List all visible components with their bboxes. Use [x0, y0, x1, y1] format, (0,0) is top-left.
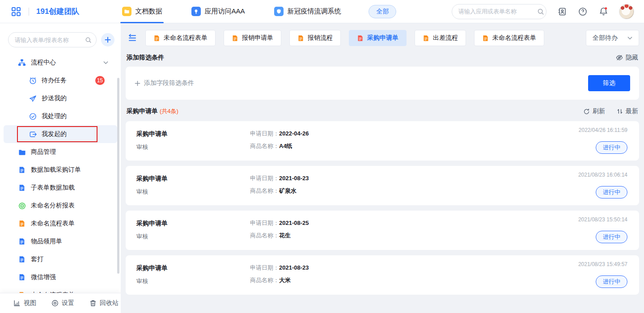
record-title: 采购申请单 — [136, 220, 168, 228]
chevron-down-icon — [627, 36, 632, 40]
sidebar-item-data-load-purchase-order[interactable]: 数据加载采购订单 — [4, 161, 117, 179]
user-avatar[interactable] — [619, 4, 634, 19]
sidebar-item-unnamed-process-form[interactable]: 未命名流程表单 — [4, 215, 117, 233]
form-tab-unnamed-1[interactable]: 未命名流程表单 — [145, 30, 216, 46]
record-card[interactable]: 采购申请单 审核 申请日期：2021-08-25 商品名称：花生 2021/08… — [126, 211, 639, 250]
settings-button[interactable]: 设置 — [51, 299, 74, 307]
sidebar-item-product-management[interactable]: 商品管理 — [4, 143, 117, 161]
sidebar-item-item-requisition[interactable]: 物品领用单 — [4, 233, 117, 250]
form-tab-business-trip[interactable]: 出差流程 — [415, 30, 466, 46]
record-timestamp: 2021/08/23 15:49:57 — [578, 261, 627, 267]
form-search-input[interactable] — [15, 37, 85, 43]
record-card[interactable]: 采购申请单 审核 申请日期：2022-04-26 商品名称：A4纸 2022/0… — [126, 121, 639, 161]
workbench-grid-icon[interactable] — [11, 6, 21, 17]
date-value: 2021-08-23 — [279, 175, 309, 182]
sidebar-item-label: 未命名流程表单 — [31, 220, 75, 228]
sidebar-item-subform-data-load[interactable]: 子表单数据加载 — [4, 179, 117, 197]
initiated-doc-arrow-icon — [29, 130, 37, 138]
record-title: 采购申请单 — [136, 130, 168, 138]
filter-title: 添加筛选条件 — [127, 54, 164, 62]
paper-plane-icon — [29, 94, 37, 102]
app-tab-access[interactable]: 应用访问AAA — [190, 0, 246, 23]
recycle-bin-label: 回收站 — [100, 299, 119, 307]
gear-icon — [51, 300, 59, 307]
document-icon — [18, 184, 26, 192]
app-body: 流程中心 待办任务 15 抄送我的 — [0, 23, 644, 313]
sidebar-item-processed-by-me[interactable]: 我处理的 — [4, 107, 117, 125]
record-node: 审核 — [136, 188, 148, 196]
filter-button[interactable]: 筛选 — [588, 75, 630, 91]
sort-latest-button[interactable]: 最新 — [617, 107, 638, 115]
contacts-icon[interactable] — [557, 7, 567, 17]
refresh-button[interactable]: 刷新 — [583, 107, 605, 115]
sidebar-item-label: 我发起的 — [42, 130, 67, 138]
status-badge: 进行中 — [596, 186, 627, 199]
folder-app-icon — [122, 7, 131, 16]
refresh-label: 刷新 — [593, 107, 605, 115]
record-card[interactable]: 采购申请单 审核 申请日期：2021-08-23 商品名称：矿泉水 2021/0… — [126, 166, 639, 205]
global-search-input[interactable] — [458, 8, 537, 15]
sidebar-item-label: 子表单数据加载 — [31, 184, 75, 192]
form-tab-expense-request[interactable]: 报销申请单 — [224, 30, 281, 46]
all-apps-pill[interactable]: 全部 — [369, 5, 396, 18]
form-tab-label: 未命名流程表单 — [164, 34, 208, 42]
team-name[interactable]: 191创建团队 — [36, 6, 79, 17]
date-label: 申请日期： — [250, 264, 279, 271]
sidebar-nav: 流程中心 待办任务 15 抄送我的 — [0, 50, 121, 304]
form-tab-unnamed-2[interactable]: 未命名流程表单 — [474, 30, 544, 46]
record-card[interactable]: 采购申请单 审核 申请日期：2021-08-23 商品名称：大米 2021/08… — [126, 255, 639, 295]
form-tab-purchase-request[interactable]: 采购申请单 — [349, 30, 407, 46]
sidebar-scrollbar[interactable] — [117, 78, 119, 274]
form-search[interactable] — [8, 32, 97, 47]
views-button[interactable]: 视图 — [13, 299, 36, 307]
form-tab-expense-process[interactable]: 报销流程 — [289, 30, 341, 46]
trash-icon — [89, 300, 97, 307]
bar-chart-icon — [13, 300, 21, 307]
todo-filter-dropdown[interactable]: 全部待办 — [586, 30, 639, 46]
form-doc-icon — [423, 35, 429, 42]
status-badge: 进行中 — [596, 141, 627, 154]
date-value: 2021-08-23 — [279, 264, 309, 271]
app-tab-docs[interactable]: 文档数据 — [120, 0, 164, 23]
chevron-down-icon[interactable] — [103, 61, 108, 64]
add-form-button[interactable] — [101, 33, 114, 47]
sidebar-item-unnamed-report[interactable]: 未命名分析报表 — [4, 197, 117, 215]
sort-icon — [617, 108, 623, 114]
sitemap-icon — [18, 59, 26, 67]
help-icon[interactable] — [578, 7, 588, 17]
sidebar-item-label: 抄送我的 — [42, 94, 67, 102]
form-doc-icon — [357, 35, 364, 42]
sidebar-item-label: 商品管理 — [31, 148, 56, 156]
app-tab-label: 文档数据 — [135, 7, 162, 16]
record-node: 审核 — [136, 277, 148, 285]
hide-filter-link[interactable]: 隐藏 — [616, 54, 638, 62]
notification-bell-icon[interactable] — [598, 7, 608, 17]
app-tab-covid[interactable]: 新冠疫情流调系统 — [272, 0, 343, 23]
sidebar-item-initiated-by-me[interactable]: 我发起的 — [4, 125, 117, 143]
record-timestamp: 2021/08/23 15:50:14 — [578, 216, 627, 223]
product-value: 矿泉水 — [279, 187, 297, 194]
sidebar-item-wechat-enhance[interactable]: 微信增强 — [4, 268, 117, 286]
sidebar-item-cc-to-me[interactable]: 抄送我的 — [4, 89, 117, 107]
filter-card: 添加字段筛选条件 筛选 — [126, 67, 639, 100]
add-filter-condition[interactable]: 添加字段筛选条件 — [135, 79, 194, 87]
form-doc-icon — [232, 35, 238, 42]
sidebar-item-label: 微信增强 — [31, 273, 56, 281]
status-badge: 进行中 — [596, 231, 627, 243]
plus-icon — [135, 80, 140, 86]
app-tabs: 文档数据 应用访问AAA 新冠疫情流调系统 — [120, 0, 369, 23]
divider — [29, 8, 29, 16]
global-search[interactable] — [452, 4, 547, 19]
check-circle-icon — [29, 112, 37, 120]
sidebar-item-print-template[interactable]: 套打 — [4, 250, 117, 268]
clock-icon — [29, 76, 37, 85]
sidebar-item-todo-tasks[interactable]: 待办任务 15 — [4, 72, 117, 89]
form-tab-label: 报销申请单 — [242, 34, 273, 42]
views-label: 视图 — [24, 299, 36, 307]
recycle-bin-button[interactable]: 回收站 — [89, 299, 119, 307]
sidebar-item-process-center[interactable]: 流程中心 — [4, 54, 117, 72]
product-label: 商品名称： — [250, 232, 279, 239]
collapse-sidebar-icon[interactable] — [127, 33, 137, 43]
sidebar-footer: 视图 设置 回收站 — [0, 293, 121, 313]
todo-count-badge: 15 — [95, 76, 105, 85]
